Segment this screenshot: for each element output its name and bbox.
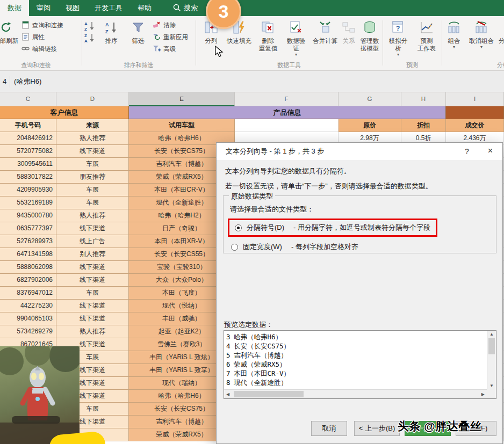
cell-c[interactable]: 0635777397 [0, 222, 56, 235]
tab-help[interactable]: 帮助 [130, 0, 159, 16]
cell-c[interactable]: 5734269279 [0, 325, 56, 338]
header-source[interactable]: 来源 [56, 119, 129, 132]
cell-c[interactable]: 442275230 [0, 300, 56, 312]
column-header-f[interactable]: F [235, 92, 339, 106]
cell-c[interactable]: 5720775082 [0, 145, 56, 158]
scroll-left-icon[interactable]: ◀ [226, 392, 229, 397]
cell-c[interactable]: 9435000780 [0, 209, 56, 222]
column-header-d[interactable]: D [56, 92, 129, 106]
column-header-g[interactable]: G [339, 92, 401, 106]
cell-c[interactable]: 9904065103 [0, 312, 56, 325]
tab-data[interactable]: 数据 [0, 0, 29, 16]
refresh-all-button[interactable]: 全部刷新 [0, 19, 21, 45]
cell-d[interactable]: 车展 [56, 287, 129, 300]
tab-developer[interactable]: 开发工具 [87, 0, 130, 16]
preview-vscrollbar[interactable]: ▲ ▼ [487, 331, 496, 389]
preview-list[interactable]: 3哈弗（哈弗H6）4长安（长安CS75）5吉利汽车（博越）6荣威（荣威RX5）7… [226, 332, 486, 388]
clear-filter-button[interactable]: 清除 [153, 20, 188, 31]
cell-c[interactable]: 3009545611 [0, 158, 56, 171]
edit-links-button[interactable]: 编辑链接 [21, 43, 80, 54]
cell-c[interactable]: 5276289973 [0, 235, 56, 248]
remove-duplicates-button[interactable]: 删除 重复值 [255, 19, 282, 52]
cell-d[interactable]: 线下渠道 [56, 145, 129, 158]
filter-button[interactable]: 筛选 [126, 19, 150, 45]
cell-c[interactable]: 5883017822 [0, 171, 56, 184]
name-box[interactable]: 4 [0, 77, 8, 85]
header-original-price[interactable]: 原价 [339, 119, 401, 132]
data-validation-button[interactable]: 数据验 证 ▾ [283, 19, 309, 56]
section-header-customer[interactable]: 客户信息 [0, 106, 129, 119]
sort-button[interactable]: AZ 排序 [99, 19, 124, 45]
ribbon-data-tab: 全部刷新 查询和连接 属性 编辑链接 查询和连接 [0, 16, 504, 71]
cell-d[interactable]: 线下渠道 [56, 312, 129, 325]
cell-d[interactable]: 线下渠道 [56, 274, 129, 287]
cell-d[interactable]: 线下渠道 [56, 300, 129, 312]
radio-fixed-label: 固定宽度(W) [243, 242, 282, 252]
scroll-right-icon[interactable]: ▶ [481, 392, 485, 397]
header-trial-model[interactable]: 试用车型 [129, 119, 235, 132]
red-annotation-box: 分隔符号(D) - 用分隔字符，如逗号或制表符分隔每个字段 [228, 219, 437, 237]
formula-input[interactable]: (哈弗H6) [14, 77, 41, 86]
section-header-product[interactable]: 产品信息 [129, 106, 446, 119]
preview-hscrollbar[interactable]: ◀ ▶ [224, 389, 487, 398]
radio-delimited[interactable] [235, 224, 242, 231]
column-header-c[interactable]: C [0, 92, 56, 106]
text-to-columns-label: 分列 [205, 37, 218, 45]
cell-d[interactable]: 车展 [56, 158, 129, 171]
radio-fixed-width[interactable] [231, 244, 238, 251]
back-button[interactable]: < 上一步(B) [354, 421, 400, 436]
cell-d[interactable]: 别人推荐 [56, 248, 129, 261]
tab-review[interactable]: 审阅 [29, 0, 58, 16]
group-button[interactable]: 组合 ▾ [443, 19, 465, 49]
hscroll-thumb[interactable] [234, 391, 304, 397]
cell-c[interactable]: 5888062098 [0, 261, 56, 274]
cancel-button[interactable]: 取消 [311, 421, 347, 436]
column-header-i[interactable]: I [446, 92, 504, 106]
header-blank[interactable] [235, 119, 339, 132]
cell-d[interactable]: 线下渠道 [56, 261, 129, 274]
cell-d[interactable]: 车展 [56, 196, 129, 209]
manage-data-model-button[interactable]: 管理数 据模型 [357, 19, 383, 52]
cell-c[interactable]: 5532169189 [0, 196, 56, 209]
section-header-right[interactable] [446, 106, 504, 119]
cell-c[interactable]: 6827902006 [0, 274, 56, 287]
header-deal-price[interactable]: 成交价 [446, 119, 504, 132]
what-if-analysis-button[interactable]: ? 模拟分 析 ▾ [386, 19, 411, 56]
cell-c[interactable]: 2048426912 [0, 132, 56, 145]
cell-d[interactable]: 朋友推荐 [56, 171, 129, 184]
scroll-down-icon[interactable]: ▼ [487, 383, 496, 388]
vscroll-thumb[interactable] [488, 338, 495, 354]
consolidate-button[interactable]: 合并计算 [311, 19, 340, 45]
dialog-help-button[interactable]: ? [456, 143, 478, 160]
subtotal-button[interactable]: Σ 分类汇总 [498, 19, 504, 45]
cell-d[interactable]: 熟人推荐 [56, 325, 129, 338]
cell-c[interactable]: 4209905930 [0, 184, 56, 196]
cell-c[interactable]: 6471341598 [0, 248, 56, 261]
cell-d[interactable]: 熟人推荐 [56, 132, 129, 145]
fixed-width-row: 固定宽度(W) - 每列字段加空格对齐 [231, 242, 358, 252]
column-header-h[interactable]: H [401, 92, 446, 106]
group-forecast: ? 模拟分 析 ▾ 预测 工作表 预测 [383, 16, 442, 70]
advanced-filter-button[interactable]: 高级 [153, 43, 188, 54]
header-discount[interactable]: 折扣 [401, 119, 446, 132]
scroll-up-icon[interactable]: ▲ [487, 332, 496, 337]
column-header-e-selected[interactable]: E [129, 92, 235, 106]
header-phone[interactable]: 手机号码 [0, 119, 56, 132]
relationships-button[interactable]: 关系 [340, 19, 358, 45]
cell-d[interactable]: 线上广告 [56, 235, 129, 248]
cell-d[interactable]: 车展 [56, 184, 129, 196]
cell-c[interactable]: 8376947012 [0, 287, 56, 300]
cell-d[interactable]: 线下渠道 [56, 222, 129, 235]
properties-button[interactable]: 属性 [21, 32, 80, 42]
dialog-close-button[interactable]: × [478, 143, 502, 160]
queries-connections-button[interactable]: 查询和连接 [21, 20, 80, 31]
sort-desc-button[interactable]: ZA [84, 33, 96, 43]
tab-view[interactable]: 视图 [58, 0, 87, 16]
ungroup-button[interactable]: 取消组合 ▾ [466, 19, 496, 49]
forecast-sheet-button[interactable]: 预测 工作表 [414, 19, 440, 52]
cell-d[interactable]: 熟人推荐 [56, 209, 129, 222]
sort-asc-button[interactable]: AZ [84, 21, 96, 32]
ribbon-search[interactable]: 搜索 [173, 0, 198, 16]
reapply-filter-button[interactable]: 重新应用 [153, 32, 188, 42]
choose-file-type-label: 请选择最合适的文件类型： [230, 205, 314, 214]
